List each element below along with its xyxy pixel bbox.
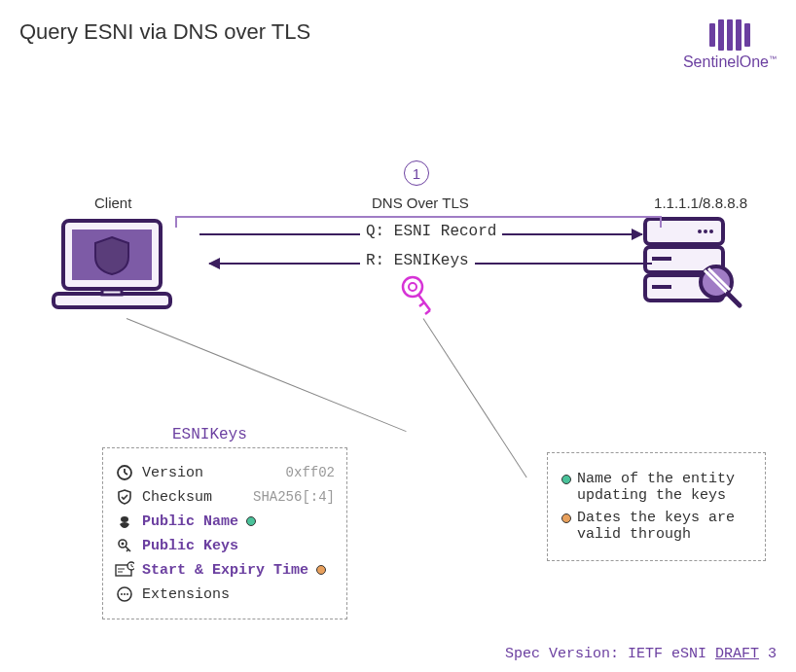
hipster-icon [115, 512, 134, 531]
legend-green-text: Name of the entity updating the keys [577, 471, 751, 504]
svg-line-29 [127, 549, 128, 551]
svg-point-25 [121, 516, 128, 522]
svg-point-18 [409, 283, 416, 291]
client-label: Client [94, 195, 131, 211]
row-version: Version 0xff02 [115, 463, 335, 482]
server-icon [640, 214, 747, 315]
brand-name: SentinelOne™ [683, 53, 777, 71]
legend-box: Name of the entity updating the keys Dat… [547, 452, 766, 561]
callout-line [127, 318, 407, 432]
svg-rect-11 [652, 257, 671, 261]
key-icon [399, 275, 434, 322]
svg-point-37 [121, 593, 123, 595]
green-dot-icon [246, 516, 256, 526]
svg-point-39 [127, 593, 128, 595]
legend-orange: Dates the keys are valid through [561, 510, 751, 543]
svg-point-17 [403, 277, 422, 297]
draft-link[interactable]: DRAFT [715, 646, 759, 662]
svg-line-20 [419, 302, 424, 306]
svg-line-16 [728, 294, 740, 305]
spec-version-footer: Spec Version: IETF eSNI DRAFT 3 [505, 646, 777, 662]
checksum-value: SHA256[:4] [253, 489, 335, 505]
query-label: Q: ESNI Record [360, 223, 502, 240]
orange-dot-icon [561, 513, 571, 523]
row-start-expiry: Start & Expiry Time [115, 560, 335, 580]
public-name-label: Public Name [142, 513, 238, 530]
svg-point-8 [709, 230, 713, 233]
dots-circle-icon [115, 584, 134, 604]
public-keys-label: Public Keys [142, 538, 238, 554]
legend-orange-text: Dates the keys are valid through [577, 510, 751, 543]
row-public-keys: Public Keys [115, 536, 335, 555]
dns-over-tls-label: DNS Over TLS [372, 195, 469, 211]
row-extensions: Extensions [115, 584, 335, 604]
response-label: R: ESNIKeys [360, 252, 475, 269]
svg-rect-12 [652, 285, 671, 289]
green-dot-icon [561, 475, 571, 484]
clock-icon [115, 463, 134, 482]
svg-point-27 [122, 543, 125, 546]
server-label: 1.1.1.1/8.8.8.8 [654, 195, 747, 211]
orange-dot-icon [316, 565, 326, 575]
key-small-icon [115, 536, 134, 555]
svg-rect-3 [102, 290, 122, 295]
row-checksum: Checksum SHA256[:4] [115, 487, 335, 507]
cheque-clock-icon [115, 560, 134, 580]
svg-line-21 [425, 310, 430, 314]
version-label: Version [142, 465, 203, 481]
brand-logo: SentinelOne™ [683, 19, 777, 71]
esnikeys-heading: ESNIKeys [172, 426, 247, 443]
svg-point-7 [704, 230, 707, 233]
version-value: 0xff02 [286, 465, 335, 480]
shield-check-icon [115, 487, 134, 507]
page-title: Query ESNI via DNS over TLS [19, 19, 310, 45]
row-public-name: Public Name [115, 512, 335, 531]
step-number-badge: 1 [404, 160, 429, 186]
checksum-label: Checksum [142, 489, 212, 506]
extensions-label: Extensions [142, 586, 230, 603]
svg-line-24 [125, 473, 127, 475]
sentinelone-bars-icon [683, 19, 777, 51]
esnikeys-box: Version 0xff02 Checksum SHA256[:4] Publi… [102, 447, 347, 619]
svg-point-38 [124, 593, 126, 595]
start-expiry-label: Start & Expiry Time [142, 562, 308, 579]
legend-green: Name of the entity updating the keys [561, 471, 751, 504]
laptop-icon [49, 216, 175, 317]
callout-line [423, 318, 527, 477]
svg-point-10 [698, 230, 702, 233]
